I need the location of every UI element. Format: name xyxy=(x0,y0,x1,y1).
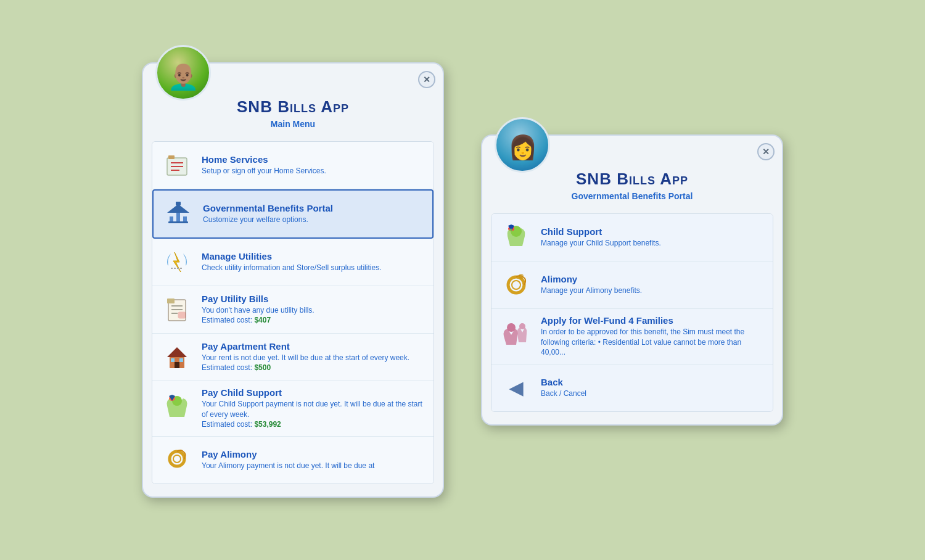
left-menu-item-pay-alimony[interactable]: Pay AlimonyYour Alimony payment is not d… xyxy=(152,437,434,484)
gov-benefits-desc: Customize your welfare options. xyxy=(203,215,425,225)
svg-rect-4 xyxy=(168,155,175,159)
right-panel-title: SNB Bills App xyxy=(495,170,770,189)
wel-fund-title-right: Apply for Wel-Fund 4 Families xyxy=(541,315,765,326)
pay-utility-bills-title: Pay Utility Bills xyxy=(202,294,426,304)
right-panel: 👩 ✕ SNB Bills App Governmental Benefits … xyxy=(481,134,783,426)
alimony-title-right: Alimony xyxy=(541,274,765,284)
right-menu-list: Child SupportManage your Child Support b… xyxy=(491,213,773,412)
svg-rect-16 xyxy=(167,299,175,303)
pay-utility-bills-text: Pay Utility BillsYou don't have any due … xyxy=(202,294,426,326)
gov-benefits-title: Governmental Benefits Portal xyxy=(203,203,425,213)
pay-child-support-title: Pay Child Support xyxy=(202,387,426,398)
wel-fund-text-right: Apply for Wel-Fund 4 FamiliesIn order to… xyxy=(541,315,765,358)
right-menu-item-back[interactable]: ◀BackBack / Cancel xyxy=(491,364,773,411)
pay-alimony-icon xyxy=(160,443,194,477)
pay-child-support-cost: $53,992 xyxy=(254,420,281,429)
right-menu-item-alimony[interactable]: AlimonyManage your Alimony benefits. xyxy=(491,261,773,309)
child-support-text-right: Child SupportManage your Child Support b… xyxy=(541,226,765,249)
avatar-right: 👩 xyxy=(495,117,550,173)
pay-apartment-rent-title: Pay Apartment Rent xyxy=(202,341,426,352)
left-menu-list: Home ServicesSetup or sign off your Home… xyxy=(152,141,434,484)
pay-utility-bills-icon xyxy=(160,292,194,327)
svg-point-26 xyxy=(173,455,181,463)
svg-point-30 xyxy=(512,281,520,289)
pay-utility-bills-desc: You don't have any due utility bills.Est… xyxy=(202,305,426,326)
avatar-right-figure: 👩 xyxy=(508,136,537,159)
svg-rect-22 xyxy=(179,358,183,362)
left-menu-item-manage-utilities[interactable]: Manage UtilitiesCheck utility informatio… xyxy=(152,239,434,286)
pay-alimony-title: Pay Alimony xyxy=(202,449,426,459)
left-menu-item-pay-apartment-rent[interactable]: Pay Apartment RentYour rent is not due y… xyxy=(152,334,434,381)
svg-rect-20 xyxy=(175,362,179,368)
avatar-left-figure: 👨🏽‍🦲 xyxy=(167,64,199,89)
pay-apartment-rent-desc: Your rent is not due yet. It will be due… xyxy=(202,353,426,374)
manage-utilities-icon xyxy=(160,245,194,279)
right-menu-item-wel-fund[interactable]: Apply for Wel-Fund 4 FamiliesIn order to… xyxy=(491,309,773,364)
home-services-desc: Setup or sign off your Home Services. xyxy=(202,166,426,176)
svg-point-25 xyxy=(170,451,184,466)
pay-apartment-rent-text: Pay Apartment RentYour rent is not due y… xyxy=(202,341,426,374)
home-services-title: Home Services xyxy=(202,154,426,165)
pay-apartment-rent-cost: $500 xyxy=(254,363,271,372)
alimony-icon-right xyxy=(499,268,533,302)
right-menu-item-child-support[interactable]: Child SupportManage your Child Support b… xyxy=(491,214,773,261)
svg-point-29 xyxy=(508,277,524,293)
left-panel-subtitle: Main Menu xyxy=(155,119,430,129)
manage-utilities-desc: Check utility information and Store/Sell… xyxy=(202,263,426,273)
svg-marker-19 xyxy=(167,347,187,357)
left-menu-item-pay-utility-bills[interactable]: Pay Utility BillsYou don't have any due … xyxy=(152,286,434,334)
child-support-icon-right xyxy=(499,220,533,255)
left-menu-item-gov-benefits[interactable]: Governmental Benefits PortalCustomize yo… xyxy=(152,189,434,239)
left-menu-item-pay-child-support[interactable]: Pay Child SupportYour Child Support paym… xyxy=(152,381,434,437)
close-button-right[interactable]: ✕ xyxy=(757,143,775,160)
left-panel-title: SNB Bills App xyxy=(155,97,430,117)
svg-rect-8 xyxy=(168,221,188,223)
back-title-right: Back xyxy=(541,377,765,387)
child-support-title-right: Child Support xyxy=(541,226,765,237)
svg-rect-21 xyxy=(171,358,175,362)
svg-marker-9 xyxy=(167,204,189,213)
pay-child-support-text: Pay Child SupportYour Child Support paym… xyxy=(202,387,426,430)
home-services-icon xyxy=(160,148,194,183)
gov-benefits-icon xyxy=(161,197,195,231)
pay-child-support-desc: Your Child Support payment is not due ye… xyxy=(202,399,426,430)
pay-alimony-desc: Your Alimony payment is not due yet. It … xyxy=(202,461,426,471)
pay-child-support-icon xyxy=(160,391,194,426)
alimony-desc-right: Manage your Alimony benefits. xyxy=(541,286,765,296)
svg-rect-17 xyxy=(178,312,186,318)
child-support-desc-right: Manage your Child Support benefits. xyxy=(541,238,765,249)
right-panel-subtitle: Governmental Benefits Portal xyxy=(495,191,770,201)
close-button-left[interactable]: ✕ xyxy=(418,71,435,88)
back-desc-right: Back / Cancel xyxy=(541,389,765,399)
back-icon-right: ◀ xyxy=(499,371,533,405)
wel-fund-desc-right: In order to be approved for this benefit… xyxy=(541,327,765,358)
left-panel: 👨🏽‍🦲 ✕ SNB Bills App Main Menu Home Serv… xyxy=(142,62,444,498)
gov-benefits-text: Governmental Benefits PortalCustomize yo… xyxy=(203,203,425,225)
manage-utilities-text: Manage UtilitiesCheck utility informatio… xyxy=(202,251,426,273)
back-text-right: BackBack / Cancel xyxy=(541,377,765,399)
left-menu-item-home-services[interactable]: Home ServicesSetup or sign off your Home… xyxy=(152,142,434,189)
wel-fund-icon-right xyxy=(499,319,533,353)
alimony-text-right: AlimonyManage your Alimony benefits. xyxy=(541,274,765,296)
pay-utility-bills-cost: $407 xyxy=(254,316,271,324)
manage-utilities-title: Manage Utilities xyxy=(202,251,426,261)
svg-rect-10 xyxy=(176,202,181,205)
svg-rect-6 xyxy=(176,213,180,223)
home-services-text: Home ServicesSetup or sign off your Home… xyxy=(202,154,426,176)
pay-apartment-rent-icon xyxy=(160,340,194,374)
svg-point-31 xyxy=(519,274,524,279)
avatar-left: 👨🏽‍🦲 xyxy=(155,45,211,101)
pay-alimony-text: Pay AlimonyYour Alimony payment is not d… xyxy=(202,449,426,471)
